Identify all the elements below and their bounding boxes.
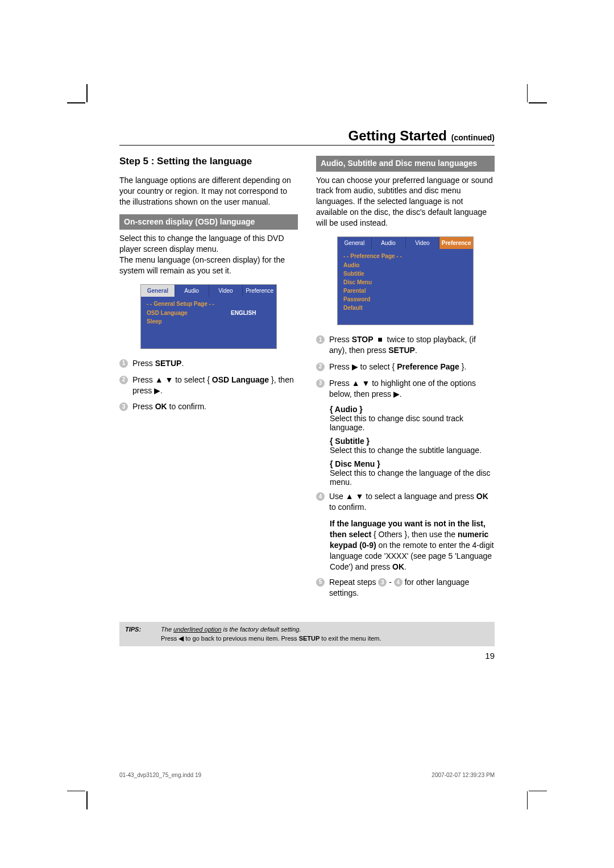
step-number-icon: 1 [119, 359, 128, 368]
step-number-icon: 2 [119, 376, 128, 384]
step-text: Repeat steps 3 - 4 for other language se… [329, 577, 495, 599]
crop-mark [67, 791, 85, 792]
footer-right: 2007-02-07 12:39:23 PM [432, 772, 495, 778]
crop-mark [527, 791, 528, 809]
crop-mark [529, 102, 547, 103]
title-main: Getting Started [349, 128, 447, 143]
note-text: If the language you want is not in the l… [330, 518, 495, 572]
step-item: 2 Press ▶ to select { Preference Page }. [316, 362, 495, 372]
crop-mark [86, 791, 88, 809]
section-bar-osd: On-screen display (OSD) language [119, 214, 298, 230]
osd-tab-general: General [338, 237, 372, 249]
osd-row: Default [338, 304, 473, 312]
step-number-icon: 3 [119, 402, 128, 411]
step-text: Press ▶ to select { Preference Page }. [329, 362, 495, 372]
osd-page-title: - - Preference Page - - [338, 251, 473, 261]
step-number-icon: 5 [316, 578, 325, 587]
step-text: Use ▲ ▼ to select a language and press O… [329, 491, 495, 513]
osd-row: Disc Menu [338, 278, 473, 286]
tips-section: TIPS: The underlined option is the facto… [119, 622, 495, 661]
step-list: 1 Press STOP ■ twice to stop playback, (… [316, 334, 495, 399]
step-item: 5 Repeat steps 3 - 4 for other language … [316, 577, 495, 599]
option-block: { Disc Menu } Select this to change the … [330, 459, 495, 487]
footer-left: 01-43_dvp3120_75_eng.indd 19 [119, 772, 201, 778]
osd-tab-general: General [141, 285, 175, 297]
osd-row: Sleep [141, 317, 276, 326]
osd-menu-preference: General Audio Video Preference - - Prefe… [337, 236, 474, 325]
step-text: Press SETUP. [132, 358, 298, 369]
osd-row: Audio [338, 261, 473, 269]
crop-mark [86, 84, 88, 102]
option-desc: Select this to change the language of th… [330, 468, 495, 487]
step-list: 1 Press SETUP. 2 Press ▲ ▼ to select { O… [119, 358, 298, 413]
crop-mark [529, 791, 547, 792]
option-block: { Subtitle } Select this to change the s… [330, 437, 495, 455]
step-item: 2 Press ▲ ▼ to select { OSD Language }, … [119, 375, 298, 396]
osd-page-title: - - General Setup Page - - [141, 299, 276, 309]
osd-tab-video: Video [406, 237, 440, 249]
osd-tab-preference: Preference [439, 237, 473, 249]
crop-mark [527, 84, 528, 102]
step-number-icon: 1 [316, 335, 325, 344]
osd-tab-audio: Audio [175, 285, 209, 297]
step-text: Press ▲ ▼ to select { OSD Language }, th… [132, 375, 298, 396]
page-content: Getting Started (continued) Step 5 : Set… [119, 128, 495, 661]
step-text: Press ▲ ▼ to highlight one of the option… [329, 378, 495, 400]
osd-row: Parental [338, 286, 473, 295]
step-text: Press STOP ■ twice to stop playback, (if… [329, 334, 495, 356]
step-item: 1 Press STOP ■ twice to stop playback, (… [316, 334, 495, 356]
section-bar-languages: Audio, Subtitle and Disc menu languages [316, 156, 495, 172]
osd-desc: Select this to change the language of th… [119, 233, 298, 276]
option-label: { Subtitle } [330, 437, 495, 446]
osd-row: OSD Language ENGLISH [141, 309, 276, 317]
step-item: 3 Press ▲ ▼ to highlight one of the opti… [316, 378, 495, 400]
title-sub: (continued) [451, 133, 495, 142]
tips-line2: Press ◀ to go back to previous menu item… [161, 635, 381, 642]
step-number-icon: 3 [316, 379, 325, 388]
step-number-icon: 4 [316, 492, 325, 501]
page-number: 19 [119, 651, 495, 661]
tips-label: TIPS: [125, 625, 159, 634]
crop-mark [67, 102, 85, 103]
step-item: 1 Press SETUP. [119, 358, 298, 369]
step-item: 3 Press OK to confirm. [119, 401, 298, 412]
osd-menu-general: General Audio Video Preference - - Gener… [140, 284, 277, 349]
option-desc: Select this to change the subtitle langu… [330, 446, 495, 455]
right-column: Audio, Subtitle and Disc menu languages … [316, 156, 495, 604]
osd-tab-audio: Audio [372, 237, 406, 249]
option-label: { Audio } [330, 405, 495, 414]
osd-tab-video: Video [209, 285, 243, 297]
left-column: Step 5 : Setting the language The langua… [119, 156, 298, 604]
step-text: Press OK to confirm. [132, 401, 298, 412]
osd-row: Subtitle [338, 269, 473, 278]
osd-tab-preference: Preference [243, 285, 276, 297]
osd-row: Password [338, 295, 473, 304]
step-item: 4 Use ▲ ▼ to select a language and press… [316, 491, 495, 513]
option-desc: Select this to change disc sound track l… [330, 414, 495, 432]
tips-body: The underlined option is the factory def… [161, 625, 485, 643]
step-number-icon: 2 [316, 363, 325, 371]
step-heading: Step 5 : Setting the language [119, 156, 298, 167]
option-label: { Disc Menu } [330, 459, 495, 468]
page-title: Getting Started (continued) [119, 128, 495, 146]
intro-text: The language options are different depen… [119, 175, 298, 207]
option-block: { Audio } Select this to change disc sou… [330, 405, 495, 432]
right-intro: You can choose your preferred language o… [316, 175, 495, 229]
